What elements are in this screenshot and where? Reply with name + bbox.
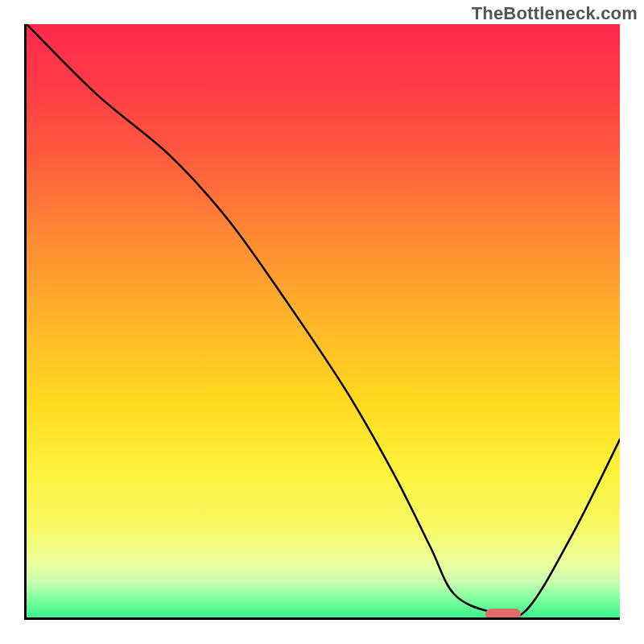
chart-stage: TheBottleneck.com: [0, 0, 644, 644]
watermark-text: TheBottleneck.com: [472, 3, 638, 24]
bottleneck-curve: [27, 24, 620, 617]
plot-area: [24, 24, 620, 620]
optimal-marker: [485, 609, 521, 620]
